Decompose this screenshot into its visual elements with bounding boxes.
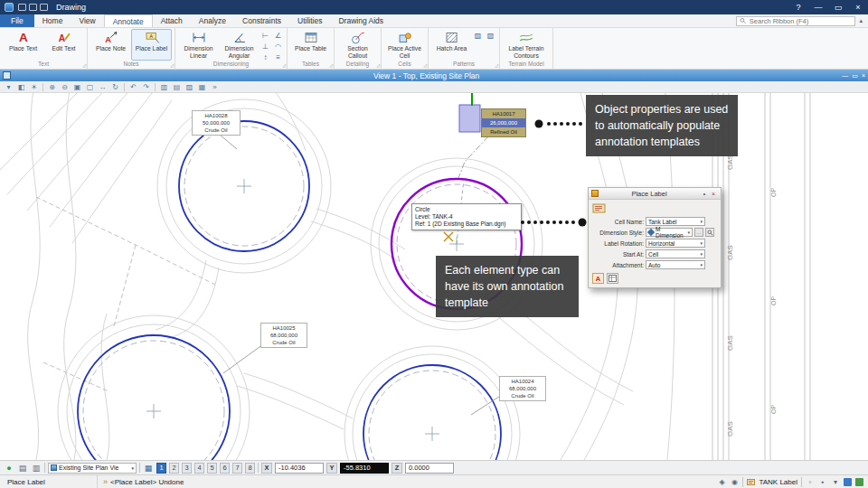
dimension-style-preview-button[interactable] xyxy=(705,228,714,237)
status-icon-blue[interactable] xyxy=(844,478,852,486)
label-terrain-contours-button[interactable]: Label Terrain Contours xyxy=(503,29,550,61)
fit-view-icon[interactable]: ▣ xyxy=(71,82,83,92)
print-icon[interactable]: ▥ xyxy=(31,463,42,474)
dialog-launcher-icon[interactable]: ◿ xyxy=(282,62,286,68)
window-area-icon[interactable]: ▢ xyxy=(84,82,96,92)
y-coordinate-field[interactable]: -55.8310 xyxy=(340,463,389,474)
place-active-cell-button[interactable]: Place Active Cell xyxy=(384,29,425,61)
dialog-close-icon[interactable]: × xyxy=(709,189,718,198)
view-toggle-5[interactable]: 5 xyxy=(207,463,217,474)
view-titlebar[interactable]: View 1 - Top, Existing Site Plan — ▭ × xyxy=(0,70,868,81)
dimension-tool-icon[interactable]: ◠ xyxy=(272,42,284,52)
pin-icon[interactable]: • xyxy=(700,189,709,198)
tab-attach[interactable]: Attach xyxy=(153,14,191,27)
explorer-icon[interactable]: ● xyxy=(4,463,14,474)
models-icon[interactable]: ▤ xyxy=(17,463,28,474)
edit-text-button[interactable]: A Edit Text xyxy=(43,29,84,61)
tab-view[interactable]: View xyxy=(71,14,103,27)
snap-mode-icon[interactable]: ◈ xyxy=(717,478,726,486)
section-callout-button[interactable]: Section Callout xyxy=(337,29,378,61)
dimension-tool-icon[interactable]: ∠ xyxy=(272,31,284,41)
dialog-titlebar[interactable]: Place Label • × xyxy=(589,188,721,200)
view-group-dropdown[interactable]: Existing Site Plan Vie ▾ xyxy=(48,463,137,474)
tank-label-ha10028[interactable]: HA10028 50,000,000 Crude Oil xyxy=(192,110,241,136)
dialog-launcher-icon[interactable]: ◿ xyxy=(329,62,333,68)
place-note-button[interactable]: A Place Note xyxy=(90,29,131,61)
dimension-style-browse-button[interactable]: … xyxy=(694,228,703,237)
view-close-icon[interactable]: × xyxy=(862,72,865,80)
view-previous-icon[interactable]: ↶ xyxy=(127,82,139,92)
adjust-view-icon[interactable]: ☀ xyxy=(28,82,40,92)
z-coordinate-field[interactable]: 0.0000 xyxy=(405,463,454,474)
view-toggle-8[interactable]: 8 xyxy=(245,463,255,474)
start-at-select[interactable]: Cell ▾ xyxy=(646,249,705,258)
status-icon-green[interactable] xyxy=(855,478,863,486)
help-icon[interactable]: ? xyxy=(788,0,808,14)
tab-annotate[interactable]: Annotate xyxy=(104,14,153,27)
text-style-toggle[interactable]: A xyxy=(592,273,604,284)
label-style-icon[interactable] xyxy=(592,202,607,214)
view-toggles-icon[interactable]: ▦ xyxy=(143,463,154,474)
rotate-view-icon[interactable]: ↻ xyxy=(109,82,121,92)
tank-circle-ha10025[interactable] xyxy=(78,335,230,460)
copy-view-icon[interactable]: ▥ xyxy=(158,82,170,92)
dialog-launcher-icon[interactable]: ◿ xyxy=(376,62,380,68)
place-label-dialog[interactable]: Place Label • × Cell Name: Tank Label ▾ … xyxy=(588,187,722,288)
view-toggle-4[interactable]: 4 xyxy=(194,463,204,474)
dimension-angular-button[interactable]: Dimension Angular xyxy=(219,29,259,61)
view-toggle-3[interactable]: 3 xyxy=(182,463,192,474)
place-table-button[interactable]: Place Table xyxy=(290,29,331,61)
minimize-icon[interactable]: — xyxy=(808,0,828,14)
tab-analyze[interactable]: Analyze xyxy=(191,14,234,27)
pattern-tool-icon[interactable]: ▧ xyxy=(485,31,496,41)
tab-home[interactable]: Home xyxy=(34,14,71,27)
dimension-tool-icon[interactable]: ⊥ xyxy=(259,42,271,52)
drawing-viewport[interactable]: GAS GAS GAS GAS OP OP OP xyxy=(0,93,868,460)
zoom-out-icon[interactable]: ⊖ xyxy=(59,82,71,92)
collapse-ribbon-icon[interactable]: ▴ xyxy=(859,17,863,24)
tank-label-ha10025[interactable]: HA10025 68,000,000 Crude Oil xyxy=(260,323,307,348)
hatch-area-button[interactable]: Hatch Area xyxy=(431,29,472,61)
more-view-tools-icon[interactable]: » xyxy=(209,82,221,92)
app-icon[interactable] xyxy=(5,3,14,12)
dimension-linear-button[interactable]: Dimension Linear xyxy=(178,29,219,61)
pattern-tool-icon[interactable]: ▨ xyxy=(472,31,484,41)
dialog-launcher-icon[interactable]: ◿ xyxy=(423,62,427,68)
save-icon[interactable] xyxy=(18,4,26,11)
view-toggle-7[interactable]: 7 xyxy=(232,463,242,474)
cell-name-select[interactable]: Tank Label ▾ xyxy=(646,217,705,226)
tab-constraints[interactable]: Constraints xyxy=(234,14,289,27)
x-coordinate-field[interactable]: -10.4036 xyxy=(275,463,324,474)
selection-set-icon[interactable]: ▫ xyxy=(806,478,815,486)
tab-file[interactable]: File xyxy=(0,14,34,27)
label-rotation-select[interactable]: Horizontal ▾ xyxy=(646,239,705,248)
tank-circle-ha10024[interactable] xyxy=(363,365,501,460)
view-toggle-2[interactable]: 2 xyxy=(169,463,179,474)
view-minimize-icon[interactable]: — xyxy=(842,72,848,80)
maximize-icon[interactable]: ▭ xyxy=(828,0,848,14)
close-icon[interactable]: × xyxy=(848,0,868,14)
saved-views-icon[interactable]: ▦ xyxy=(196,82,208,92)
redo-icon[interactable] xyxy=(40,4,48,11)
fence-mode-icon[interactable]: ▪ xyxy=(818,478,827,486)
locks-icon[interactable]: ◉ xyxy=(730,478,739,486)
view-maximize-icon[interactable]: ▭ xyxy=(852,72,858,80)
ribbon-search[interactable] xyxy=(736,16,855,26)
dimension-tool-icon[interactable]: ⊢ xyxy=(259,31,271,41)
tab-utilities[interactable]: Utilities xyxy=(289,14,330,27)
dialog-launcher-icon[interactable]: ◿ xyxy=(495,62,498,68)
view-toggle-1[interactable]: 1 xyxy=(156,463,166,474)
dialog-launcher-icon[interactable]: ◿ xyxy=(82,62,86,68)
attachment-select[interactable]: Auto ▾ xyxy=(646,260,705,269)
tank-label-ha10024[interactable]: HA10024 68,000,000 Crude Oil xyxy=(499,376,546,401)
view-next-icon[interactable]: ↷ xyxy=(140,82,152,92)
more-status-icon[interactable]: ▾ xyxy=(831,478,840,486)
clip-mask-icon[interactable]: ▨ xyxy=(184,82,195,92)
pan-view-icon[interactable]: ↔ xyxy=(97,82,108,92)
place-label-button[interactable]: A Place Label xyxy=(131,29,172,61)
annotation-cell-indicator[interactable]: TANK Label xyxy=(747,478,797,486)
dialog-launcher-icon[interactable]: ◿ xyxy=(170,62,174,68)
view-toggle-6[interactable]: 6 xyxy=(220,463,230,474)
table-toggle[interactable] xyxy=(607,273,618,284)
view-attributes-icon[interactable]: ▾ xyxy=(3,82,14,92)
